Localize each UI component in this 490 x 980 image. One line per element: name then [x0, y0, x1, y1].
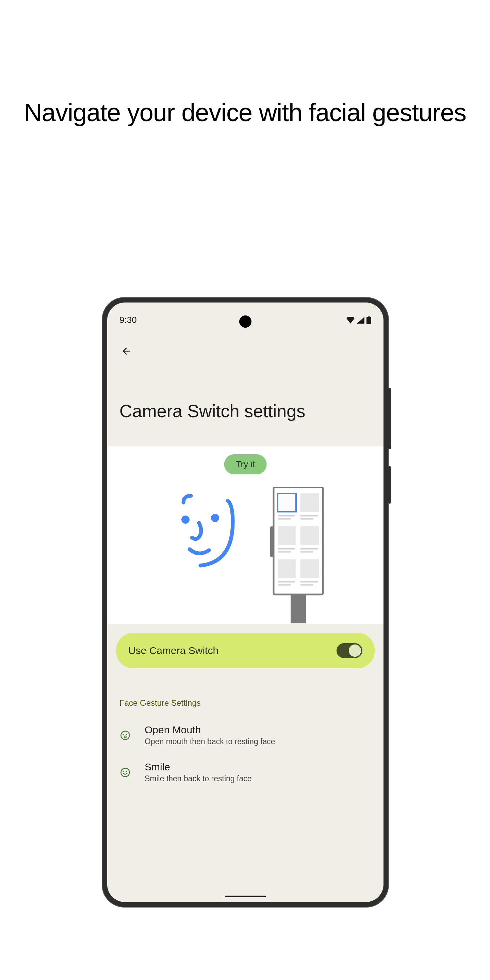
illustration — [107, 487, 383, 624]
face-illustration-icon — [159, 494, 238, 572]
back-button[interactable] — [119, 344, 133, 358]
svg-rect-13 — [278, 527, 296, 545]
page-title: Camera Switch settings — [107, 365, 383, 447]
svg-point-27 — [126, 733, 127, 735]
status-icons — [346, 317, 371, 324]
svg-rect-0 — [368, 317, 370, 317]
svg-rect-4 — [291, 593, 306, 624]
svg-rect-1 — [366, 317, 371, 324]
status-time: 9:30 — [119, 315, 137, 325]
promo-heading: Navigate your device with facial gesture… — [0, 0, 490, 129]
svg-rect-20 — [301, 559, 319, 578]
nav-indicator — [225, 896, 266, 897]
hero-section: Try it — [107, 447, 383, 624]
svg-point-2 — [181, 515, 189, 524]
try-it-button[interactable]: Try it — [224, 454, 267, 474]
arrow-left-icon — [121, 346, 132, 356]
gesture-description: Open mouth then back to resting face — [145, 737, 371, 746]
gesture-description: Smile then back to resting face — [145, 774, 371, 783]
svg-point-29 — [121, 768, 130, 776]
svg-rect-8 — [301, 493, 319, 512]
gesture-text: Smile Smile then back to resting face — [145, 761, 371, 783]
open-mouth-icon — [119, 730, 131, 741]
wifi-icon — [346, 317, 355, 324]
gesture-text: Open Mouth Open mouth then back to resti… — [145, 724, 371, 746]
svg-point-30 — [123, 771, 124, 772]
svg-point-25 — [121, 731, 130, 740]
phone-grid-illustration-icon — [265, 487, 331, 624]
svg-rect-19 — [278, 559, 296, 578]
battery-icon — [366, 317, 371, 324]
toggle-label: Use Camera Switch — [128, 645, 218, 656]
svg-point-28 — [124, 736, 126, 738]
toggle-thumb — [349, 644, 361, 657]
phone-frame: 9:30 Camera Switch setti — [102, 298, 388, 907]
svg-point-3 — [211, 514, 219, 522]
camera-punch-hole — [239, 315, 251, 328]
svg-point-26 — [123, 733, 124, 735]
svg-rect-14 — [301, 527, 319, 545]
gesture-title: Open Mouth — [145, 724, 371, 736]
toggle-switch[interactable] — [337, 643, 363, 658]
signal-icon — [357, 317, 364, 324]
svg-point-31 — [126, 771, 127, 772]
svg-rect-7 — [278, 493, 296, 512]
phone-side-buttons — [388, 388, 391, 504]
use-camera-switch-toggle[interactable]: Use Camera Switch — [116, 633, 375, 668]
smile-icon — [119, 767, 131, 778]
section-header: Face Gesture Settings — [107, 668, 383, 717]
gesture-item-open-mouth[interactable]: Open Mouth Open mouth then back to resti… — [107, 717, 383, 754]
gesture-title: Smile — [145, 761, 371, 773]
app-bar — [107, 328, 383, 365]
toggle-container: Use Camera Switch — [107, 624, 383, 668]
phone-screen: 9:30 Camera Switch setti — [107, 302, 383, 902]
gesture-item-smile[interactable]: Smile Smile then back to resting face — [107, 754, 383, 791]
